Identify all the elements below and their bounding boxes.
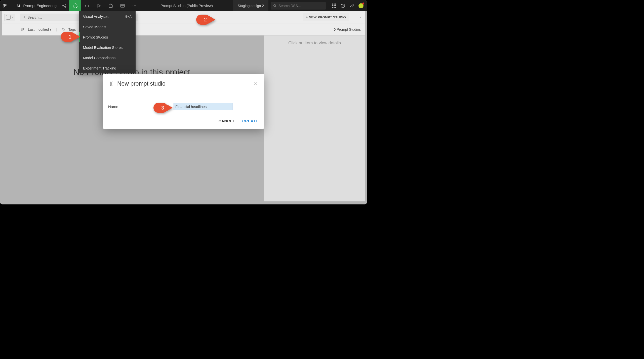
create-button[interactable]: CREATE [242, 119, 258, 123]
activity-icon[interactable] [349, 3, 354, 8]
help-icon[interactable] [340, 3, 345, 8]
cancel-button[interactable]: CANCEL [219, 119, 235, 123]
svg-line-19 [24, 18, 25, 18]
close-icon[interactable]: ✕ [252, 80, 259, 88]
nav-box-icon[interactable] [105, 0, 116, 11]
topbar: LLM - Prompt Engineering Prompt [0, 0, 367, 11]
nav-more-icon[interactable] [128, 0, 140, 11]
svg-point-12 [134, 5, 135, 6]
studio-count: 0 Prompt Studios [334, 27, 365, 31]
lab-dropdown: Visual Analyses G+A Saved Models Prompt … [79, 11, 136, 73]
new-prompt-studio-modal: New prompt studio — ✕ Name CANCEL CREATE [103, 74, 264, 129]
svg-marker-6 [98, 4, 100, 7]
svg-rect-7 [109, 5, 112, 7]
top-right-icons [328, 3, 367, 8]
tab-staging-design[interactable]: Staging design 2 [233, 0, 268, 11]
modal-title: New prompt studio [117, 80, 245, 87]
search-dss[interactable]: Search DSS... [271, 2, 326, 10]
expand-arrow-icon[interactable]: → [355, 15, 365, 20]
tags-label[interactable]: Tags [68, 27, 76, 31]
svg-point-11 [133, 5, 133, 6]
menu-saved-models[interactable]: Saved Models [79, 22, 136, 32]
menu-model-comparisons[interactable]: Model Comparisons [79, 53, 136, 63]
menu-prompt-studios[interactable]: Prompt Studios [79, 32, 136, 42]
search-icon [22, 15, 26, 19]
menu-model-evaluation-stores[interactable]: Model Evaluation Stores [79, 42, 136, 53]
menu-experiment-tracking[interactable]: Experiment Tracking [79, 63, 136, 73]
svg-point-17 [343, 7, 343, 7]
svg-line-4 [63, 6, 65, 7]
minimize-icon[interactable]: — [245, 80, 252, 87]
search-placeholder: Search DSS... [278, 4, 301, 8]
svg-point-13 [135, 5, 136, 6]
annotation-2: 2 [196, 15, 210, 25]
nav-lab-icon[interactable] [69, 0, 81, 11]
sort-label[interactable]: Last modified ▾ [28, 27, 51, 31]
subbar: ▾ + NEW PROMPT STUDIO → Last modified ▾ … [2, 11, 365, 35]
select-all-checkbox[interactable]: ▾ [4, 14, 15, 21]
breadcrumb-center: Prompt Studios (Public Preview) [140, 4, 233, 8]
svg-point-14 [274, 4, 276, 6]
tag-icon [61, 27, 65, 31]
user-avatar[interactable] [358, 3, 364, 8]
svg-point-18 [23, 16, 25, 18]
new-prompt-studio-button[interactable]: + NEW PROMPT STUDIO [303, 14, 349, 21]
svg-point-5 [73, 4, 77, 8]
nav-icons [69, 0, 140, 11]
sort-icon [21, 27, 25, 31]
svg-rect-8 [120, 4, 124, 7]
nav-code-icon[interactable] [81, 0, 93, 11]
apps-grid-icon[interactable] [332, 4, 336, 8]
text-cursor-icon [108, 81, 114, 87]
svg-line-3 [63, 5, 65, 6]
nav-run-icon[interactable] [93, 0, 105, 11]
details-panel: Click an item to view details [264, 35, 365, 201]
details-placeholder: Click an item to view details [288, 41, 341, 46]
name-input[interactable] [174, 103, 232, 110]
annotation-3: 3 [153, 103, 168, 113]
nav-dashboard-icon[interactable] [116, 0, 128, 11]
logo-bird-icon[interactable] [0, 3, 10, 8]
share-icon[interactable] [59, 4, 69, 8]
project-title[interactable]: LLM - Prompt Engineering [10, 4, 59, 8]
svg-point-24 [62, 28, 63, 29]
annotation-1: 1 [61, 32, 75, 42]
svg-line-15 [275, 6, 276, 7]
menu-visual-analyses[interactable]: Visual Analyses G+A [79, 11, 136, 22]
search-icon [273, 4, 277, 8]
